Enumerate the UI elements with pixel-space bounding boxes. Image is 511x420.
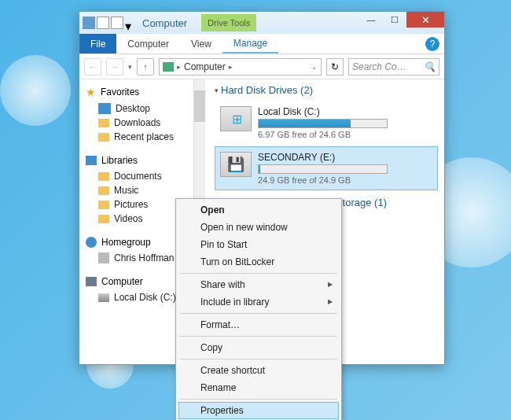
minimize-button[interactable]: —	[359, 12, 383, 28]
music-icon	[98, 186, 109, 195]
ctx-open[interactable]: Open	[178, 201, 339, 219]
libraries-icon	[86, 156, 97, 165]
close-button[interactable]: ✕	[406, 12, 444, 28]
separator	[180, 399, 337, 400]
up-button[interactable]: ↑	[137, 58, 154, 76]
nav-documents[interactable]: Documents	[86, 169, 193, 183]
help-icon[interactable]: ?	[425, 37, 439, 51]
address-bar[interactable]: ▸ Computer ▸ ⌄	[159, 58, 322, 76]
drive-local-disk[interactable]: ⊞ Local Disk (C:) 6.97 GB free of 24.6 G…	[215, 101, 438, 145]
star-icon: ★	[86, 86, 96, 98]
windows-flag-icon: ⊞	[232, 112, 242, 127]
libraries-header[interactable]: Libraries	[86, 155, 193, 166]
ctx-include-in-library[interactable]: Include in library	[178, 293, 339, 311]
disk-icon	[98, 293, 109, 302]
tab-file[interactable]: File	[79, 34, 116, 53]
separator	[180, 273, 337, 274]
forward-button[interactable]: →	[106, 58, 123, 76]
context-menu: Open Open in new window Pin to Start Tur…	[175, 198, 342, 420]
window-title: Computer	[142, 17, 187, 29]
drive-free-text: 6.97 GB free of 24.6 GB	[258, 130, 432, 139]
address-bar-row: ← → ▾ ↑ ▸ Computer ▸ ⌄ ↻ Search Co… 🔍	[79, 54, 444, 79]
search-placeholder: Search Co…	[352, 61, 406, 72]
homegroup-icon	[86, 237, 97, 248]
computer-icon	[83, 17, 95, 29]
ctx-create-shortcut[interactable]: Create shortcut	[178, 362, 339, 379]
capacity-bar	[258, 119, 388, 128]
separator	[180, 359, 337, 359]
desktop-icon	[98, 103, 111, 114]
ctx-bitlocker[interactable]: Turn on BitLocker	[178, 253, 339, 271]
ctx-properties[interactable]: Properties	[178, 402, 339, 419]
back-button[interactable]: ←	[84, 58, 101, 76]
drive-icon: ⊞	[220, 106, 252, 131]
pictures-icon	[98, 201, 109, 209]
drive-name: Local Disk (C:)	[258, 106, 432, 117]
ctx-pin-to-start[interactable]: Pin to Start	[178, 236, 339, 253]
separator	[180, 336, 337, 337]
quick-access-toolbar: ▾	[79, 17, 133, 29]
drive-free-text: 24.9 GB free of 24.9 GB	[258, 175, 432, 185]
nav-desktop[interactable]: Desktop	[86, 101, 193, 116]
nav-recent[interactable]: Recent places	[86, 130, 193, 144]
favorites-header[interactable]: ★Favorites	[86, 86, 193, 98]
tab-computer[interactable]: Computer	[116, 34, 180, 53]
address-dropdown-icon[interactable]: ⌄	[311, 63, 318, 71]
separator	[180, 313, 337, 314]
drive-name: SECONDARY (E:)	[258, 152, 432, 163]
capacity-bar	[258, 164, 388, 174]
nav-music[interactable]: Music	[86, 183, 193, 197]
qat-dropdown-icon[interactable]: ▾	[125, 19, 133, 27]
search-icon: 🔍	[424, 61, 436, 72]
folder-icon	[98, 119, 109, 127]
ctx-share-with[interactable]: Share with	[178, 276, 339, 293]
videos-icon	[98, 215, 109, 223]
maximize-button[interactable]: ☐	[383, 12, 406, 28]
ctx-format[interactable]: Format…	[178, 316, 339, 333]
contextual-tab-drive-tools[interactable]: Drive Tools	[201, 14, 256, 31]
ctx-copy[interactable]: Copy	[178, 339, 339, 356]
nav-downloads[interactable]: Downloads	[86, 116, 193, 130]
drive-icon: 💾	[220, 152, 252, 177]
hdd-section-header[interactable]: ▾Hard Disk Drives (2)	[215, 84, 438, 96]
ctx-rename[interactable]: Rename	[178, 379, 339, 396]
documents-icon	[98, 172, 109, 181]
recent-icon	[98, 133, 109, 142]
history-dropdown-icon[interactable]: ▾	[128, 63, 132, 71]
computer-crumb-icon	[163, 62, 174, 72]
refresh-button[interactable]: ↻	[326, 58, 344, 76]
titlebar[interactable]: ▾ Computer Drive Tools — ☐ ✕	[79, 12, 444, 34]
drive-secondary[interactable]: 💾 SECONDARY (E:) 24.9 GB free of 24.9 GB	[215, 146, 438, 190]
ctx-open-new-window[interactable]: Open in new window	[178, 219, 339, 236]
properties-icon[interactable]	[97, 17, 109, 29]
search-input[interactable]: Search Co… 🔍	[348, 58, 439, 76]
tab-manage[interactable]: Manage	[222, 34, 278, 53]
ribbon-tabs: File Computer View Manage ?	[79, 34, 444, 54]
person-icon	[98, 252, 109, 263]
tab-view[interactable]: View	[180, 34, 222, 53]
computer-nav-icon	[86, 277, 97, 286]
scroll-thumb[interactable]	[194, 90, 205, 122]
new-folder-icon[interactable]	[111, 17, 123, 29]
breadcrumb[interactable]: Computer	[184, 61, 226, 72]
